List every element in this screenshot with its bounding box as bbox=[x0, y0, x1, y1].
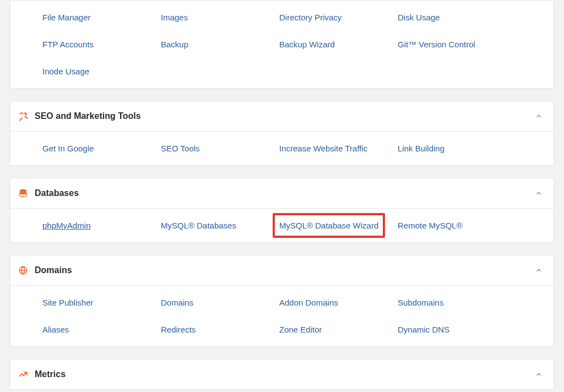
link-site-publisher[interactable]: Site Publisher bbox=[42, 297, 161, 308]
link-mysql-databases[interactable]: MySQL® Databases bbox=[161, 220, 279, 231]
chevron-up-icon bbox=[535, 371, 543, 378]
link-link-building[interactable]: Link Building bbox=[398, 143, 516, 154]
link-grid-databases: phpMyAdmin MySQL® Databases MySQL® Datab… bbox=[10, 216, 554, 235]
panel-files: File Manager Images Directory Privacy Di… bbox=[10, 0, 554, 89]
link-addon-domains[interactable]: Addon Domains bbox=[279, 297, 398, 308]
panel-databases: Databases phpMyAdmin MySQL® Databases My… bbox=[10, 178, 554, 243]
link-mysql-database-wizard[interactable]: MySQL® Database Wizard bbox=[273, 213, 385, 238]
link-redirects[interactable]: Redirects bbox=[161, 324, 279, 335]
link-subdomains[interactable]: Subdomains bbox=[398, 297, 516, 308]
panel-header-databases[interactable]: Databases bbox=[10, 178, 554, 209]
chart-icon bbox=[17, 368, 29, 380]
globe-icon bbox=[17, 264, 29, 276]
panel-title-seo: SEO and Marketing Tools bbox=[35, 111, 535, 121]
link-grid-seo: Get In Google SEO Tools Increase Website… bbox=[10, 139, 554, 157]
link-backup-wizard[interactable]: Backup Wizard bbox=[279, 39, 398, 50]
panel-header-domains[interactable]: Domains bbox=[10, 255, 554, 286]
link-ftp-accounts[interactable]: FTP Accounts bbox=[42, 39, 161, 50]
link-dynamic-dns[interactable]: Dynamic DNS bbox=[398, 324, 516, 335]
panel-title-databases: Databases bbox=[35, 188, 535, 198]
chevron-up-icon bbox=[535, 189, 543, 197]
panel-body-files: File Manager Images Directory Privacy Di… bbox=[10, 1, 554, 88]
link-file-manager[interactable]: File Manager bbox=[42, 12, 161, 23]
link-get-in-google[interactable]: Get In Google bbox=[42, 143, 161, 154]
link-remote-mysql[interactable]: Remote MySQL® bbox=[398, 220, 516, 231]
panel-domains: Domains Site Publisher Domains Addon Dom… bbox=[10, 255, 554, 347]
tools-icon bbox=[17, 110, 29, 122]
link-grid-domains: Site Publisher Domains Addon Domains Sub… bbox=[10, 293, 554, 339]
database-icon bbox=[17, 187, 29, 199]
chevron-up-icon bbox=[535, 266, 543, 274]
link-seo-tools[interactable]: SEO Tools bbox=[161, 143, 279, 154]
link-git-version-control[interactable]: Git™ Version Control bbox=[398, 39, 516, 50]
panel-body-databases: phpMyAdmin MySQL® Databases MySQL® Datab… bbox=[10, 209, 554, 242]
link-directory-privacy[interactable]: Directory Privacy bbox=[279, 12, 398, 23]
panel-title-metrics: Metrics bbox=[35, 369, 535, 379]
panel-header-seo[interactable]: SEO and Marketing Tools bbox=[10, 101, 554, 132]
panel-header-metrics[interactable]: Metrics bbox=[10, 360, 554, 389]
link-aliases[interactable]: Aliases bbox=[42, 324, 161, 335]
link-zone-editor[interactable]: Zone Editor bbox=[279, 324, 398, 335]
chevron-up-icon bbox=[535, 112, 543, 120]
cpanel-feature-list: File Manager Images Directory Privacy Di… bbox=[0, 0, 564, 390]
link-domains[interactable]: Domains bbox=[161, 297, 279, 308]
link-disk-usage[interactable]: Disk Usage bbox=[398, 12, 516, 23]
link-images[interactable]: Images bbox=[161, 12, 279, 23]
panel-title-domains: Domains bbox=[35, 265, 535, 275]
link-inode-usage[interactable]: Inode Usage bbox=[42, 66, 161, 77]
link-phpmyadmin[interactable]: phpMyAdmin bbox=[42, 220, 161, 231]
panel-body-domains: Site Publisher Domains Addon Domains Sub… bbox=[10, 286, 554, 346]
panel-metrics: Metrics bbox=[10, 359, 554, 390]
panel-body-seo: Get In Google SEO Tools Increase Website… bbox=[10, 132, 554, 165]
link-backup[interactable]: Backup bbox=[161, 39, 279, 50]
link-grid-files: File Manager Images Directory Privacy Di… bbox=[10, 8, 554, 80]
link-increase-website-traffic[interactable]: Increase Website Traffic bbox=[279, 143, 398, 154]
panel-seo: SEO and Marketing Tools Get In Google SE… bbox=[10, 101, 554, 166]
